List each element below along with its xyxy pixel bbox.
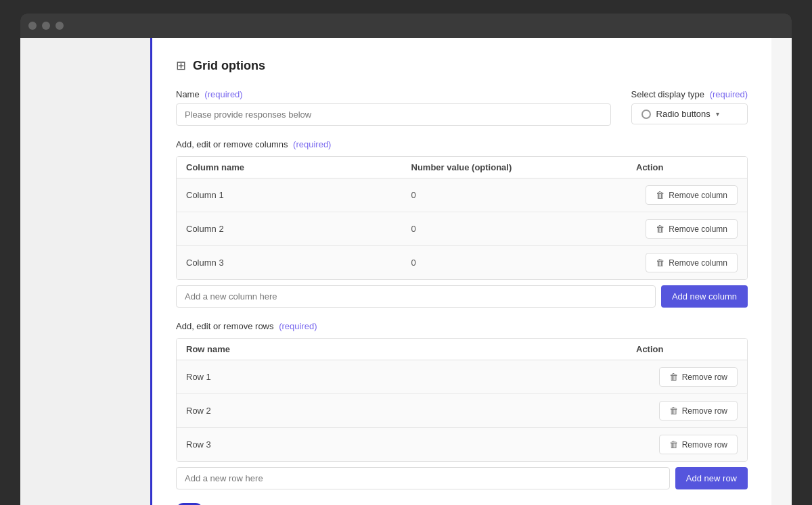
columns-table: Column name Number value (optional) Acti… [176, 156, 748, 280]
add-column-button[interactable]: Add new column [661, 285, 748, 308]
right-panel [771, 38, 792, 505]
grid-icon: ⊞ [176, 58, 186, 73]
main-panel: ⊞ Grid options Name (required) Select di… [152, 38, 771, 505]
rows-table: Row name Action Row 1 🗑 Remove row Row 2 [176, 338, 748, 462]
name-field-col: Name (required) [176, 89, 611, 126]
add-row-area: Add new row [176, 467, 748, 489]
col-2-value: 0 [411, 224, 637, 234]
rows-section-label: Add, edit or remove rows (required) [176, 321, 748, 331]
display-type-value: Radio buttons [656, 109, 710, 119]
add-column-area: Add new column [176, 285, 748, 308]
columns-section: Add, edit or remove columns (required) C… [176, 139, 748, 308]
titlebar-dot-2 [42, 22, 50, 30]
rows-required: (required) [279, 321, 317, 331]
sidebar [20, 38, 152, 505]
col-1-value: 0 [411, 190, 637, 200]
name-label: Name (required) [176, 89, 611, 99]
row-header-name: Row name [186, 344, 636, 354]
remove-row-2-label: Remove row [682, 406, 727, 416]
remove-col-2-label: Remove column [669, 224, 727, 234]
remove-row-1-button[interactable]: 🗑 Remove row [659, 367, 738, 387]
section-header: ⊞ Grid options [176, 58, 748, 73]
columns-required: (required) [293, 139, 331, 149]
remove-row-3-label: Remove row [682, 440, 727, 450]
rows-table-header: Row name Action [177, 339, 747, 360]
col-3-value: 0 [411, 258, 637, 268]
display-type-select[interactable]: Radio buttons ▾ [631, 103, 748, 124]
row-3-name: Row 3 [186, 439, 636, 450]
section-title: Grid options [193, 59, 265, 73]
chevron-down-icon: ▾ [716, 110, 719, 118]
table-row: Row 1 🗑 Remove row [177, 360, 747, 394]
columns-section-label: Add, edit or remove columns (required) [176, 139, 748, 149]
remove-col-3-label: Remove column [669, 258, 727, 268]
trash-icon: 🗑 [656, 258, 664, 268]
table-row: Column 3 0 🗑 Remove column [177, 246, 747, 279]
table-row: Row 3 🗑 Remove row [177, 428, 747, 461]
col-header-name: Column name [186, 162, 411, 172]
trash-icon: 🗑 [656, 224, 664, 234]
titlebar-dot-3 [55, 22, 64, 30]
titlebar-dot-1 [28, 22, 37, 30]
remove-row-2-button[interactable]: 🗑 Remove row [659, 401, 738, 420]
titlebar [20, 14, 792, 38]
add-row-button[interactable]: Add new row [675, 467, 748, 489]
display-type-label: Select display type (required) [631, 89, 748, 99]
add-row-input[interactable] [176, 467, 670, 489]
remove-row-1-label: Remove row [682, 372, 727, 382]
remove-column-3-button[interactable]: 🗑 Remove column [646, 253, 738, 272]
remove-row-3-button[interactable]: 🗑 Remove row [659, 435, 738, 454]
form-top-row: Name (required) Select display type (req… [176, 89, 748, 126]
row-1-name: Row 1 [186, 372, 636, 382]
table-row: Column 1 0 🗑 Remove column [177, 178, 747, 212]
col-2-name: Column 2 [186, 224, 411, 234]
table-row: Column 2 0 🗑 Remove column [177, 212, 747, 246]
trash-icon: 🗑 [656, 190, 664, 200]
trash-icon: 🗑 [669, 406, 678, 416]
radio-circle-icon [641, 110, 651, 119]
display-type-required: (required) [710, 89, 748, 99]
app-window: ⊞ Grid options Name (required) Select di… [20, 14, 792, 505]
content-area: ⊞ Grid options Name (required) Select di… [20, 38, 792, 505]
col-header-action: Action [636, 162, 738, 172]
remove-col-1-label: Remove column [669, 191, 727, 200]
columns-table-header: Column name Number value (optional) Acti… [177, 157, 747, 178]
remove-column-1-button[interactable]: 🗑 Remove column [646, 185, 738, 205]
display-type-col: Select display type (required) Radio but… [631, 89, 748, 126]
trash-icon: 🗑 [669, 372, 678, 382]
row-header-action: Action [636, 344, 738, 354]
col-3-name: Column 3 [186, 258, 411, 268]
trash-icon: 🗑 [669, 439, 678, 450]
col-header-value: Number value (optional) [411, 162, 637, 172]
rows-section: Add, edit or remove rows (required) Row … [176, 321, 748, 489]
remove-column-2-button[interactable]: 🗑 Remove column [646, 219, 738, 239]
col-1-name: Column 1 [186, 190, 411, 200]
table-row: Row 2 🗑 Remove row [177, 394, 747, 428]
name-required: (required) [204, 89, 242, 99]
row-2-name: Row 2 [186, 406, 636, 416]
name-input[interactable] [176, 103, 611, 126]
add-column-input[interactable] [176, 285, 656, 308]
